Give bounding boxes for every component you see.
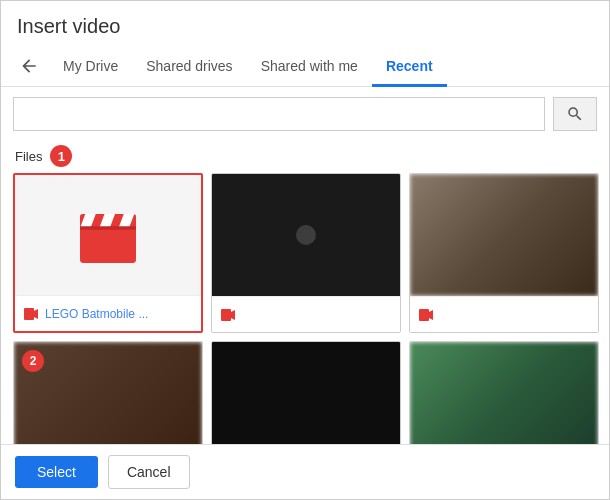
files-row-2: 2 [13,341,597,444]
file-card-5[interactable] [211,341,401,444]
badge-2: 2 [22,350,44,372]
file-card-3[interactable] [409,173,599,333]
insert-video-dialog: Insert video My Drive Shared drives Shar… [0,0,610,500]
search-icon [566,105,584,123]
svg-rect-6 [24,308,34,320]
svg-marker-9 [231,310,235,320]
files-row-1: LEGO Batmobile ... [13,173,597,333]
svg-rect-0 [80,225,136,264]
file-thumb-6 [410,342,598,444]
select-button[interactable]: Select [15,456,98,488]
search-row [1,87,609,141]
back-button[interactable] [9,48,49,84]
file-card-6[interactable] [409,341,599,444]
file-name-bar-3 [410,296,598,332]
svg-rect-8 [221,309,231,321]
clapperboard-icon [73,200,143,270]
tab-recent[interactable]: Recent [372,46,447,86]
file-thumb-5 [212,342,400,444]
file-card-4[interactable]: 2 [13,341,203,444]
files-label: Files 1 [1,141,609,173]
file-thumb-3 [410,174,598,296]
cancel-button[interactable]: Cancel [108,455,190,489]
file-name-bar-2 [212,296,400,332]
files-grid: LEGO Batmobile ... [1,173,609,444]
svg-marker-7 [34,309,38,319]
video-small-icon [23,306,39,322]
video-small-icon-3 [418,307,434,323]
file-card-lego[interactable]: LEGO Batmobile ... [13,173,203,333]
file-thumb-2 [212,174,400,296]
file-card-2[interactable] [211,173,401,333]
bottom-bar: Select Cancel [1,444,609,499]
video-small-icon-2 [220,307,236,323]
tab-my-drive[interactable]: My Drive [49,46,132,86]
search-input[interactable] [13,97,545,131]
dialog-title: Insert video [1,1,609,46]
tab-shared-drives[interactable]: Shared drives [132,46,246,86]
svg-rect-5 [80,226,136,230]
search-button[interactable] [553,97,597,131]
svg-rect-10 [419,309,429,321]
svg-marker-11 [429,310,433,320]
tab-shared-with-me[interactable]: Shared with me [247,46,372,86]
tabs-row: My Drive Shared drives Shared with me Re… [1,46,609,87]
badge-1: 1 [50,145,72,167]
file-name-text: LEGO Batmobile ... [45,307,148,321]
file-thumb-lego [15,175,201,295]
file-name-bar-lego: LEGO Batmobile ... [15,295,201,331]
